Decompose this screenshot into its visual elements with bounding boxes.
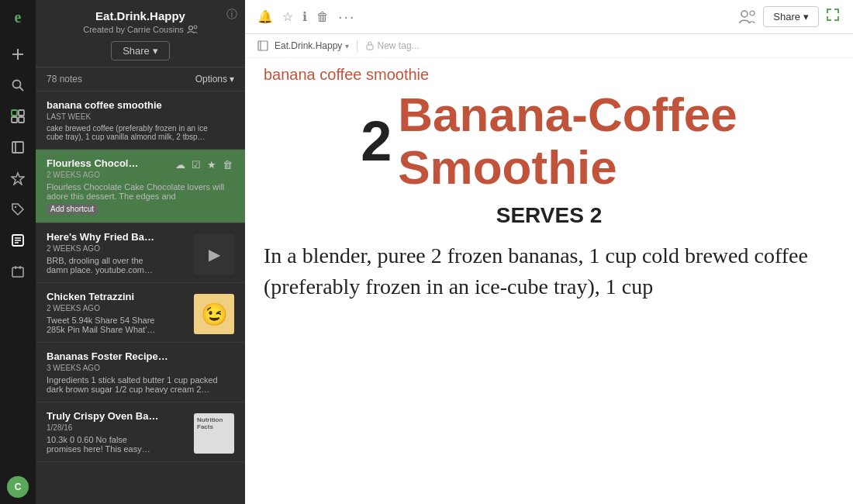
notebook-info: Eat.Drink.Happy (95, 9, 185, 22)
sidebar-notebook-title: Eat.Drink.Happy (95, 9, 185, 22)
svg-rect-9 (19, 117, 24, 123)
main-share-button[interactable]: Share ▾ (763, 6, 819, 27)
share-caret-icon: ▾ (153, 45, 158, 57)
people-small-icon (187, 24, 198, 35)
info-toolbar-icon[interactable]: ℹ (302, 9, 307, 24)
svg-point-4 (13, 81, 21, 88)
sidebar-share-button[interactable]: Share ▾ (111, 41, 170, 60)
svg-marker-12 (12, 173, 24, 185)
note-item-banana-coffee[interactable]: banana coffee smoothie LAST WEEK cake br… (36, 91, 245, 150)
notes-options-button[interactable]: Options ▾ (195, 74, 234, 85)
svg-rect-18 (12, 268, 23, 277)
info-icon[interactable]: ⓘ (226, 8, 237, 22)
note-title: Here's Why Fried Bana... (47, 231, 159, 243)
recipe-number: 2 (361, 109, 392, 173)
search-icon[interactable] (4, 71, 32, 99)
recipe-body-text: In a blender, puree 2 frozen bananas, 1 … (264, 240, 834, 301)
recipe-image: 2 Banana-Coffee Smoothie SERVES 2 (264, 88, 834, 228)
note-preview: 10.3k 0 0.60 No false promises here! Thi… (47, 435, 159, 454)
svg-rect-6 (12, 110, 17, 116)
svg-marker-26 (834, 9, 839, 13)
main-share-caret-icon: ▾ (803, 11, 809, 22)
svg-point-21 (188, 26, 192, 30)
note-preview: BRB, drooling all over the damn place. y… (47, 256, 159, 274)
reminders-icon[interactable] (4, 257, 32, 285)
lock-icon (365, 41, 375, 50)
svg-point-24 (750, 11, 755, 16)
note-thumbnail: Nutrition Facts (194, 413, 234, 454)
notes-header: 78 notes Options ▾ (36, 67, 245, 91)
note-date: LAST WEEK (47, 112, 234, 121)
new-note-icon[interactable] (4, 40, 32, 68)
notebook-tag[interactable]: Eat.Drink.Happy ▾ (275, 40, 349, 51)
note-item-fried-banana[interactable]: Here's Why Fried Bana... 2 WEEKS AGO BRB… (36, 223, 245, 283)
sidebar-share-label: Share (123, 45, 150, 57)
note-title-bar: banana coffee smoothie (245, 58, 853, 88)
note-item-chicken[interactable]: Chicken Tetrazzini 2 WEEKS AGO Tweet 5.9… (36, 283, 245, 343)
toolbar-right: Share ▾ (738, 6, 841, 27)
notebooks-icon[interactable] (4, 133, 32, 161)
delete-note-icon[interactable]: 🗑 (221, 157, 234, 172)
new-tag-item[interactable]: New tag... (365, 40, 420, 51)
note-thumbnail: ▶ (194, 234, 234, 274)
star-note-icon[interactable]: ★ (205, 157, 218, 172)
user-avatar[interactable]: C (7, 476, 29, 498)
note-item-flourless[interactable]: Flourless Chocolate .. 2 WEEKS AGO ☁ ☑ ★… (36, 150, 245, 223)
new-tag-label: New tag... (378, 40, 420, 51)
svg-marker-27 (827, 16, 831, 21)
star-icon[interactable]: ☆ (282, 9, 293, 24)
starred-icon[interactable] (4, 164, 32, 192)
expand-icon[interactable] (825, 7, 841, 26)
more-options-icon[interactable]: ··· (338, 8, 356, 26)
note-action-icons: ☁ ☑ ★ 🗑 (174, 157, 234, 172)
notebook-tag-caret: ▾ (345, 42, 349, 50)
svg-marker-25 (827, 9, 831, 13)
note-item-bananas-foster[interactable]: Bananas Foster Recipe : Ree Drumm. 3 WEE… (36, 343, 245, 402)
note-body[interactable]: 2 Banana-Coffee Smoothie SERVES 2 In a b… (245, 88, 853, 504)
main-share-label: Share (773, 11, 800, 22)
collaborators-icon[interactable] (738, 8, 757, 26)
note-preview: Flourless Chocolate Cake Chocolate lover… (47, 182, 234, 201)
add-shortcut-badge[interactable]: Add shortcut (47, 204, 98, 214)
note-date: 2 WEEKS AGO (47, 304, 183, 312)
svg-text:e: e (15, 9, 22, 26)
svg-rect-7 (19, 110, 24, 116)
sidebar: ⓘ Eat.Drink.Happy Created by Carrie Cous… (36, 0, 245, 504)
note-title: Flourless Chocolate .. (47, 157, 140, 169)
note-preview: Ingredients 1 stick salted butter 1 cup … (47, 375, 234, 394)
note-title: Chicken Tetrazzini (47, 291, 159, 302)
svg-rect-29 (258, 41, 268, 50)
note-title: Bananas Foster Recipe : Ree Drumm. (47, 350, 171, 362)
svg-rect-8 (12, 117, 17, 123)
sidebar-subtitle: Created by Carrie Cousins (83, 24, 198, 35)
svg-point-22 (194, 26, 197, 29)
notebook-tag-label: Eat.Drink.Happy (275, 40, 342, 51)
note-tag-bar: Eat.Drink.Happy ▾ | New tag... (245, 34, 853, 58)
share-note-icon[interactable]: ☁ (174, 157, 187, 172)
task-icon[interactable]: ☑ (190, 157, 202, 172)
shortcuts-icon[interactable] (4, 102, 32, 130)
tags-icon[interactable] (4, 195, 32, 223)
svg-marker-28 (834, 16, 839, 21)
svg-rect-10 (12, 142, 23, 153)
sidebar-header: ⓘ Eat.Drink.Happy Created by Carrie Cous… (36, 0, 245, 67)
main-content: 🔔 ☆ ℹ 🗑 ··· Share ▾ Eat.Drink.Happy ▾ | (245, 0, 853, 504)
svg-rect-31 (367, 45, 373, 50)
icon-rail: e C (0, 0, 36, 504)
note-title: banana coffee smoothie (47, 99, 171, 111)
note-date: 1/28/16 (47, 423, 183, 432)
note-main-title: banana coffee smoothie (264, 66, 834, 84)
delete-icon[interactable]: 🗑 (316, 10, 329, 24)
note-title: Truly Crispy Oven Bake... (47, 410, 159, 422)
app-logo[interactable]: e (5, 6, 30, 31)
svg-line-5 (20, 88, 24, 91)
note-item-crispy-oven[interactable]: Truly Crispy Oven Bake... 1/28/16 10.3k … (36, 402, 245, 462)
note-date: 3 WEEKS AGO (47, 364, 234, 372)
options-caret-icon: ▾ (230, 74, 234, 85)
note-thumbnail: 😉 (194, 294, 234, 334)
recipe-serves: SERVES 2 (264, 203, 834, 228)
alarm-icon[interactable]: 🔔 (257, 9, 273, 24)
notes-icon[interactable] (4, 226, 32, 254)
top-toolbar: 🔔 ☆ ℹ 🗑 ··· Share ▾ (245, 0, 853, 34)
sidebar-created-by: Created by Carrie Cousins (83, 25, 184, 34)
